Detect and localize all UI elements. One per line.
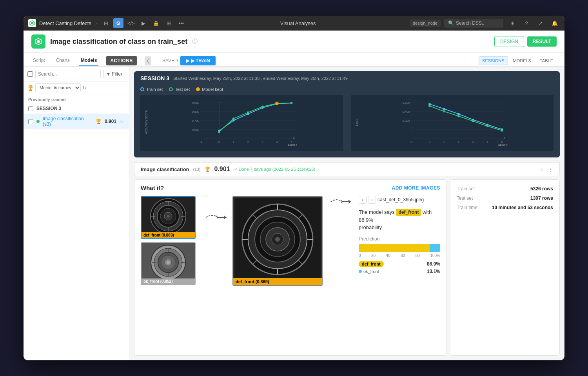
class2-pct: 13.1% — [427, 269, 440, 274]
add-more-button[interactable]: ADD MORE IMAGES — [392, 185, 440, 191]
class1-badge: def_front — [359, 261, 384, 267]
play-icon-btn[interactable]: ▶ — [138, 18, 149, 28]
trophy-icon: 🏆 — [96, 119, 102, 124]
session-subtitle: Started Wednesday, May 25th, 2022 at 11:… — [173, 76, 348, 81]
svg-text:5: 5 — [501, 141, 503, 143]
session-header: SESSION 3 Started Wednesday, May 25th, 2… — [134, 71, 560, 85]
info-icon[interactable]: ⓘ — [192, 38, 198, 45]
train-time-label: Train time — [457, 205, 477, 210]
train-button[interactable]: ▶ ▶ TRAIN — [180, 56, 216, 65]
arrow2-svg — [329, 196, 352, 208]
model-result-session: (s3) — [193, 167, 201, 172]
train-dot — [140, 87, 144, 91]
svg-text:0.700: 0.700 — [192, 119, 199, 123]
play-icon: ▶ — [186, 58, 189, 63]
test-dot — [169, 87, 173, 91]
body-split: ▼ Filter 🏆 Metric: Accuracy ↻ Previously… — [24, 67, 564, 360]
star-icon[interactable]: ☆ — [120, 119, 124, 125]
prediction-bar-fill-1 — [359, 244, 430, 252]
main-image-label: def_front (0.869) — [233, 278, 322, 285]
header-right: DESIGN RESULT — [494, 36, 557, 47]
prediction-text: The model says def_front with 86.9% prob… — [359, 208, 440, 231]
tab-script[interactable]: Script — [31, 55, 47, 66]
flow-icon-btn[interactable]: ⊞ — [101, 18, 111, 28]
model-checkbox[interactable] — [28, 119, 33, 124]
svg-text:0: 0 — [218, 141, 220, 143]
result-button[interactable]: RESULT — [527, 36, 557, 47]
collapse-button[interactable]: ⟨ — [145, 56, 151, 65]
apps-icon-btn[interactable]: ⊞ — [507, 18, 517, 28]
session-checkbox[interactable] — [28, 106, 33, 111]
metric-dropdown[interactable]: Metric: Accuracy — [35, 83, 81, 92]
tab-actions[interactable]: ACTIONS — [106, 56, 137, 65]
filter-button[interactable]: ▼ Filter — [103, 70, 125, 78]
whatif-section: What if? ADD MORE IMAGES — [134, 179, 447, 356]
model-status-dot — [36, 120, 40, 123]
design-button[interactable]: DESIGN — [494, 36, 524, 47]
help-icon-btn[interactable]: ? — [521, 18, 532, 28]
star-result-icon[interactable]: ☆ — [539, 166, 544, 172]
select-all-checkbox[interactable] — [27, 71, 33, 77]
svg-point-66 — [501, 129, 503, 132]
grid-icon-btn[interactable]: ⊞ — [163, 18, 174, 28]
table-view-btn[interactable]: TABLE — [536, 56, 557, 65]
app-logo — [28, 19, 36, 27]
nav-right: design_node 🔍 Search DSS... ⊞ ? ↗ 🔔 — [410, 18, 560, 28]
stats-row-test: Test set 1307 rows — [457, 195, 553, 201]
svg-text:0: 0 — [429, 141, 430, 143]
svg-marker-1 — [31, 22, 33, 24]
whatif-header: What if? ADD MORE IMAGES — [141, 184, 440, 191]
prediction-bar-container — [359, 244, 440, 252]
prediction-section: Prediction 0 20 40 60 — [359, 236, 440, 276]
tab-charts[interactable]: Charts — [54, 55, 71, 66]
charts-container: Accuracy score 0.900 — [134, 95, 560, 157]
more-icon-btn[interactable]: ••• — [176, 18, 186, 28]
design-node-badge: design_node — [410, 20, 441, 27]
image-1-label: def_front (0.869) — [142, 232, 195, 238]
prev-arrow-btn[interactable]: ‹ — [359, 196, 367, 204]
notifications-icon-btn[interactable]: 🔔 — [550, 18, 560, 28]
svg-point-61 — [428, 105, 431, 107]
more-result-icon[interactable]: ⋮ — [548, 166, 553, 172]
model-result-score: 0.901 — [214, 166, 230, 173]
nav-icons: ⊞ ⚙ </> ▶ 🔒 ⊞ ••• — [101, 18, 186, 28]
search-input[interactable] — [35, 70, 101, 78]
legend-model-kept: Model kept — [196, 87, 223, 92]
session-card: SESSION 3 Started Wednesday, May 25th, 2… — [134, 71, 560, 157]
svg-text:3: 3 — [472, 141, 474, 143]
svg-point-62 — [443, 110, 445, 113]
svg-text:6: 6 — [504, 137, 505, 139]
svg-point-35 — [275, 101, 279, 105]
sessions-view-btn[interactable]: SESSIONS — [479, 56, 508, 65]
next-arrow-btn[interactable]: › — [368, 196, 376, 204]
arrow-flow — [204, 196, 228, 223]
loss-y-label: Loss — [355, 107, 359, 138]
tab-models[interactable]: Models — [79, 55, 98, 66]
bar-scale: 0 20 40 60 80 100% — [359, 253, 440, 258]
svg-text:1: 1 — [443, 141, 445, 143]
refresh-icon[interactable]: ↻ — [82, 85, 87, 91]
accuracy-chart: Accuracy score 0.900 — [140, 95, 343, 151]
loss-chart: Loss 0.600 0.400 — [351, 95, 554, 151]
session-item[interactable]: SESSION 3 — [24, 103, 129, 114]
lock-icon-btn[interactable]: 🔒 — [151, 18, 161, 28]
right-tab-bar: Script Charts Models ACTIONS ⟨ SAVED ▶ ▶… — [24, 53, 564, 67]
arrow-svg — [204, 212, 228, 223]
svg-point-32 — [261, 106, 264, 108]
image-thumb-2[interactable]: ok_front (0.852) — [141, 242, 196, 285]
analysis-icon — [31, 34, 45, 49]
class2-label: ok_front — [359, 269, 379, 274]
activity-icon-btn[interactable]: ↗ — [535, 18, 546, 28]
code-icon-btn[interactable]: </> — [126, 18, 136, 28]
image-thumb-1[interactable]: def_front (0.869) — [141, 196, 196, 239]
model-item[interactable]: Image classification (s3) 🏆 0.901 ☆ — [24, 114, 129, 129]
svg-point-56 — [443, 108, 445, 110]
search-bar-nav[interactable]: 🔍 Search DSS... — [445, 19, 503, 27]
settings-icon-btn[interactable]: ⚙ — [113, 18, 123, 28]
models-view-btn[interactable]: MODELS — [510, 56, 535, 65]
svg-text:-1: -1 — [200, 141, 202, 143]
filter-icon: ▼ — [106, 71, 111, 77]
svg-text:0.200: 0.200 — [403, 119, 410, 123]
image-thumb-inner-2: ok_front (0.852) — [142, 243, 195, 284]
main-image: def_front (0.869) — [232, 196, 323, 286]
